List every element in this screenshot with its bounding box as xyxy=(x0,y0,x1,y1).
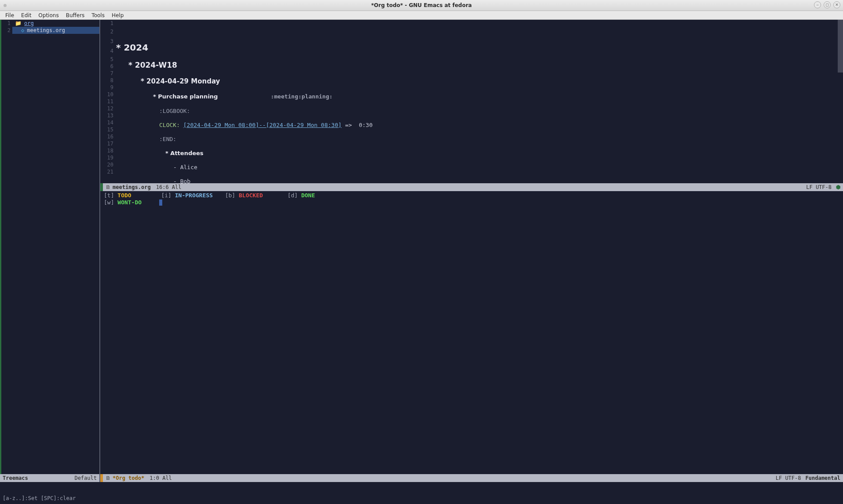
folder-icon: 📁 xyxy=(15,20,22,27)
menu-bar: File Edit Options Buffers Tools Help xyxy=(0,11,843,20)
window-titlebar: *Org todo* - GNU Emacs at fedora ‒ ◻ ✕ xyxy=(0,0,843,11)
heading-year: * 2024 xyxy=(116,42,843,53)
clock-keyword: CLOCK: xyxy=(159,122,180,128)
modeline-filename: meetings.org xyxy=(113,184,151,190)
modeline-encoding: LF UTF-8 xyxy=(806,184,832,190)
org-tags: :meeting:planning: xyxy=(270,93,332,101)
echo-area: [a-z..]:Set [SPC]:clear xyxy=(0,482,843,504)
menu-buffers[interactable]: Buffers xyxy=(62,11,88,19)
titlebar-dot xyxy=(4,4,7,7)
modeline-major-mode: Fundamental xyxy=(806,475,840,481)
modeline-indicator-modified xyxy=(100,474,103,482)
heading-attendees: * Attendees xyxy=(116,150,843,157)
attendee-item: - Alice xyxy=(116,164,843,171)
org-content[interactable]: * 2024 * 2024-W18 * 2024-04-29 Monday * … xyxy=(116,20,843,186)
menu-file[interactable]: File xyxy=(2,11,18,19)
tree-root-label: org xyxy=(24,20,34,27)
org-mode-icon: ⬢ xyxy=(836,184,840,190)
minimize-button[interactable]: ‒ xyxy=(814,1,821,8)
modeline-scroll: All xyxy=(162,475,172,481)
echo-text: [a-z..]:Set [SPC]:clear xyxy=(3,495,76,501)
org-todo-prompt[interactable]: [t] TODO [i] IN-PROGRESS [b] BLOCKED [d]… xyxy=(100,191,843,504)
minibuffer-modeline: 🗎 *Org todo* 1:0 All LF UTF-8 Fundamenta… xyxy=(100,474,843,482)
tree-file-meetings[interactable]: ◇ meetings.org xyxy=(12,27,99,34)
todo-option-in-progress[interactable]: IN-PROGRESS xyxy=(175,192,213,199)
org-file-icon: ◇ xyxy=(21,27,24,34)
tree-project-root[interactable]: 📁 org xyxy=(12,20,99,27)
menu-help[interactable]: Help xyxy=(108,11,127,19)
org-buffer[interactable]: 1 2 3 4 5 6 7 8 9 10 11 12 13 14 15 16 1… xyxy=(100,20,843,186)
heading-day: * 2024-04-29 Monday xyxy=(116,77,843,86)
drawer-open: :LOGBOOK: xyxy=(159,108,190,114)
todo-option-blocked[interactable]: BLOCKED xyxy=(239,192,263,199)
todo-option-done[interactable]: DONE xyxy=(301,192,315,199)
treemacs-sidebar[interactable]: 1 2 📁 org ◇ meetings.org Treemacs Defaul… xyxy=(0,20,100,504)
todo-option-wont-do[interactable]: WONT-DO xyxy=(117,199,142,206)
modeline-indicator xyxy=(100,183,103,191)
buffer-modeline: 🗎 meetings.org 16:6 All LF UTF-8 ⬢ xyxy=(100,183,843,191)
file-icon: 🗎 xyxy=(106,184,111,190)
tree-file-label: meetings.org xyxy=(27,27,65,34)
menu-edit[interactable]: Edit xyxy=(18,11,35,19)
window-title: *Org todo* - GNU Emacs at fedora xyxy=(371,2,472,8)
file-icon: 🗎 xyxy=(106,475,111,481)
modeline-buffer-name: *Org todo* xyxy=(113,475,144,481)
heading-week: * 2024-W18 xyxy=(116,60,843,70)
treemacs-modeline: Treemacs Default xyxy=(0,474,99,482)
prompt-cursor xyxy=(159,199,162,206)
modeline-position: 16:6 xyxy=(156,184,169,190)
treemacs-modeline-name: Treemacs xyxy=(3,475,28,481)
modeline-scroll: All xyxy=(172,184,182,190)
clock-timestamp: [2024-04-29 Mon 08:00]--[2024-04-29 Mon … xyxy=(183,122,342,128)
treemacs-modeline-mode: Default xyxy=(74,475,97,481)
maximize-button[interactable]: ◻ xyxy=(824,1,831,8)
menu-tools[interactable]: Tools xyxy=(88,11,108,19)
window-controls: ‒ ◻ ✕ xyxy=(814,1,840,8)
todo-option-todo[interactable]: TODO xyxy=(117,192,131,199)
line-number-gutter: 1 2 3 4 5 6 7 8 9 10 11 12 13 14 15 16 1… xyxy=(100,20,116,186)
modeline-position: 1:0 xyxy=(150,475,159,481)
close-button[interactable]: ✕ xyxy=(833,1,840,8)
scrollbar[interactable] xyxy=(838,20,843,73)
sidebar-gutter: 1 2 xyxy=(0,20,12,504)
heading-meeting: * Purchase planning:meeting:planning: xyxy=(116,93,843,101)
main-area: 1 2 3 4 5 6 7 8 9 10 11 12 13 14 15 16 1… xyxy=(100,20,843,504)
menu-options[interactable]: Options xyxy=(35,11,62,19)
modeline-encoding: LF UTF-8 xyxy=(776,475,801,481)
drawer-close: :END: xyxy=(159,136,176,142)
